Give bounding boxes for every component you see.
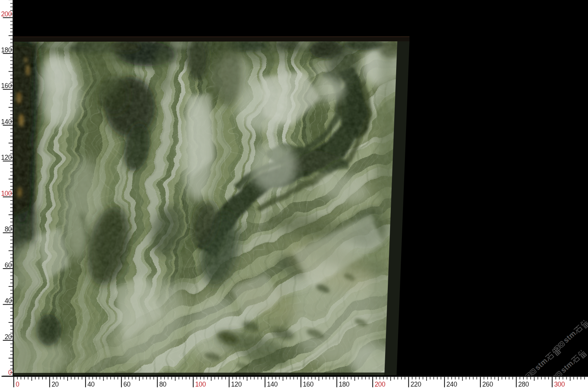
svg-text:60: 60 [5, 261, 12, 269]
svg-text:300: 300 [554, 381, 565, 388]
svg-text:100: 100 [1, 190, 12, 197]
svg-text:0: 0 [16, 381, 19, 388]
svg-text:80: 80 [5, 225, 12, 233]
svg-text:20: 20 [5, 333, 12, 341]
svg-text:0: 0 [8, 369, 12, 376]
svg-text:80: 80 [159, 381, 166, 388]
svg-text:160: 160 [1, 82, 12, 90]
svg-text:240: 240 [446, 381, 457, 388]
svg-text:140: 140 [267, 381, 278, 388]
svg-text:140: 140 [1, 118, 12, 126]
svg-text:100: 100 [195, 381, 206, 388]
svg-text:180: 180 [339, 381, 350, 388]
svg-text:280: 280 [518, 381, 529, 388]
svg-text:180: 180 [1, 46, 12, 54]
svg-text:60: 60 [123, 381, 131, 388]
svg-text:120: 120 [231, 381, 242, 388]
svg-text:120: 120 [1, 154, 12, 161]
svg-text:20: 20 [52, 381, 59, 388]
svg-text:200: 200 [375, 381, 386, 388]
svg-text:40: 40 [87, 381, 95, 388]
svg-text:160: 160 [303, 381, 314, 388]
svg-text:220: 220 [411, 381, 422, 388]
svg-text:200: 200 [1, 10, 12, 18]
svg-text:40: 40 [5, 297, 12, 305]
svg-text:260: 260 [482, 381, 493, 388]
